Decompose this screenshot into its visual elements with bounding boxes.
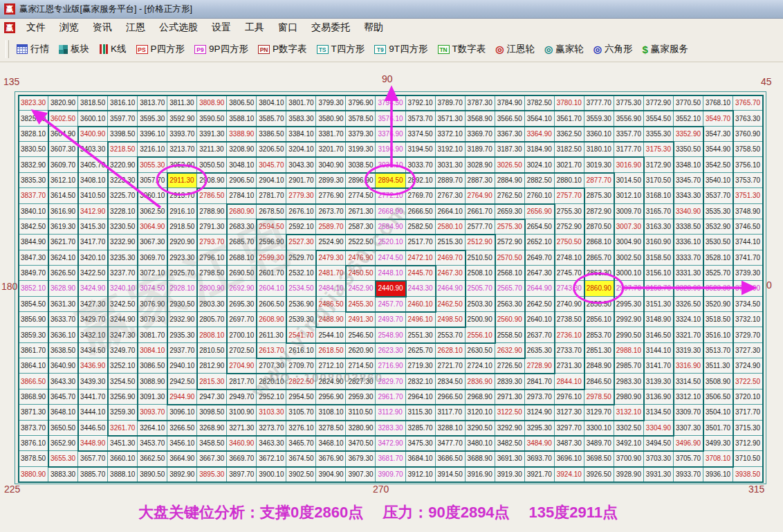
matrix-cell: 3578.50 xyxy=(346,111,376,126)
matrix-cell: 3614.50 xyxy=(48,188,78,203)
matrix-cell: 2846.50 xyxy=(584,374,614,389)
matrix-cell: 3624.10 xyxy=(48,250,78,266)
toolbar-button[interactable]: TNT数字表 xyxy=(433,43,491,55)
matrix-cell: 2985.70 xyxy=(614,358,644,374)
matrix-cell: 2592.10 xyxy=(286,219,316,235)
matrix-cell: 2445.70 xyxy=(406,266,436,281)
matrix-cell: 3801.70 xyxy=(286,95,316,111)
toolbar-button[interactable]: P99P四方形 xyxy=(190,43,253,55)
menu-item[interactable]: 江恩 xyxy=(119,21,152,34)
matrix-cell: 3007.30 xyxy=(614,219,644,235)
menu-item[interactable]: 文件 xyxy=(19,21,53,34)
matrix-cell: 3787.30 xyxy=(466,95,495,111)
matrix-cell: 3148.90 xyxy=(644,312,674,327)
matrix-cell: 2546.50 xyxy=(346,327,376,342)
toolbar-button[interactable]: $赢家服务 xyxy=(637,43,692,55)
matrix-cell: 3026.50 xyxy=(495,157,525,172)
menu-item[interactable]: 帮助 xyxy=(357,21,390,34)
matrix-cell: 3134.50 xyxy=(644,405,674,420)
toolbar-button[interactable]: T99T四方形 xyxy=(369,43,432,55)
degree-label-90: 90 xyxy=(382,73,393,84)
menu-item[interactable]: 工具 xyxy=(238,21,271,34)
matrix-cell: 2560.90 xyxy=(495,312,525,327)
menu-item[interactable]: 窗口 xyxy=(271,21,304,34)
matrix-cell: 3804.10 xyxy=(257,95,286,111)
matrix-cell: 3468.10 xyxy=(316,436,346,451)
menu-item[interactable]: 资讯 xyxy=(86,21,119,34)
matrix-cell: 2724.10 xyxy=(466,358,495,374)
matrix-cell: 2916.10 xyxy=(167,204,197,219)
matrix-cell: 2745.70 xyxy=(555,266,584,281)
matrix-cell: 3276.10 xyxy=(286,421,316,436)
toolbar-button[interactable]: 行情 xyxy=(12,43,54,55)
matrix-cell: 2875.30 xyxy=(584,188,614,203)
toolbar-button[interactable]: PSP四方形 xyxy=(131,43,190,55)
matrix-cell: 3352.90 xyxy=(674,127,703,142)
matrix-cell: 3067.30 xyxy=(138,235,167,250)
matrix-cell: 2455.30 xyxy=(346,297,376,312)
application-window: 赢 赢家江恩专业版[赢家服务平台] - [价格正方形] 赢 文件浏览资讯江恩公式… xyxy=(0,0,783,532)
matrix-cell: 3256.90 xyxy=(108,389,138,405)
matrix-cell: 3156.10 xyxy=(644,266,674,281)
matrix-cell: 2673.70 xyxy=(316,204,346,219)
matrix-cell: 3105.70 xyxy=(286,405,316,420)
matrix-cell: 3537.70 xyxy=(703,188,733,203)
matrix-cell: 3180.10 xyxy=(584,142,614,157)
matrix-cell: 3844.90 xyxy=(19,235,48,250)
toolbar-button[interactable]: PNP数字表 xyxy=(253,43,312,55)
matrix-cell: 3722.50 xyxy=(733,374,763,389)
matrix-cell: 3765.70 xyxy=(733,95,763,111)
toolbar: 行情板块K线PSP四方形P99P四方形PNP数字表TST四方形T99T四方形TN… xyxy=(0,37,783,62)
matrix-cell: 3518.50 xyxy=(703,312,733,327)
toolbar-button[interactable]: ◎赢家轮 xyxy=(540,43,589,55)
matrix-cell: 3151.30 xyxy=(644,297,674,312)
matrix-cell: 2500.90 xyxy=(466,312,495,327)
matrix-cell: 3828.10 xyxy=(19,127,48,142)
matrix-cell: 2668.90 xyxy=(376,204,405,219)
matrix-cell: 3868.90 xyxy=(19,389,48,405)
toolbar-button-label: 赢家轮 xyxy=(555,43,584,55)
matrix-cell: 3859.30 xyxy=(19,327,48,342)
matrix-cell: 2748.10 xyxy=(555,250,584,266)
toolbar-button[interactable]: ◎六角形 xyxy=(589,43,638,55)
matrix-cell: 2611.30 xyxy=(257,327,286,342)
matrix-cell: 3074.50 xyxy=(138,281,167,296)
matrix-cell: 3554.50 xyxy=(644,111,674,126)
toolbar-button[interactable]: TST四方形 xyxy=(312,43,370,55)
matrix-cell: 3782.50 xyxy=(525,95,555,111)
matrix-cell: 3348.10 xyxy=(674,157,703,172)
matrix-cell: 3223.30 xyxy=(108,173,138,188)
menu-item[interactable]: 设置 xyxy=(205,21,238,34)
candlestick-icon xyxy=(99,44,108,54)
matrix-cell: 3432.10 xyxy=(78,327,108,342)
menu-item[interactable]: 交易委托 xyxy=(304,21,357,34)
menu-item[interactable]: 公式选股 xyxy=(152,21,205,34)
toolbar-button[interactable]: ◎江恩轮 xyxy=(490,43,540,55)
matrix-cell: 2971.30 xyxy=(495,389,525,405)
matrix-cell: 3835.30 xyxy=(19,173,48,188)
matrix-cell: 3573.70 xyxy=(406,111,436,126)
matrix-cell: 2848.90 xyxy=(584,358,614,374)
matrix-cell: 3242.50 xyxy=(108,297,138,312)
matrix-cell: 3763.30 xyxy=(733,111,763,126)
matrix-cell: 2740.90 xyxy=(555,297,584,312)
matrix-cell: 2940.10 xyxy=(167,358,197,374)
matrix-cell: 3345.70 xyxy=(674,173,703,188)
title-bar: 赢 赢家江恩专业版[赢家服务平台] - [价格正方形] xyxy=(0,0,783,19)
matrix-cell: 3057.70 xyxy=(138,173,167,188)
menu-item[interactable]: 浏览 xyxy=(53,21,86,34)
matrix-cell: 3513.70 xyxy=(703,343,733,358)
toolbar-button[interactable]: 板块 xyxy=(54,43,94,55)
menu-bar-items: 文件浏览资讯江恩公式选股设置工具窗口交易委托帮助 xyxy=(19,21,390,34)
matrix-cell: 3540.10 xyxy=(703,173,733,188)
matrix-cell: 3052.90 xyxy=(167,157,197,172)
matrix-cell: 2563.30 xyxy=(495,297,525,312)
toolbar-button[interactable]: K线 xyxy=(94,43,131,55)
matrix-cell: 3307.30 xyxy=(674,421,703,436)
matrix-cell: 2851.30 xyxy=(584,343,614,358)
matrix-cell: 2908.90 xyxy=(197,173,227,188)
matrix-cell: 2952.10 xyxy=(257,389,286,405)
matrix-cell: 3756.10 xyxy=(733,157,763,172)
matrix-cell: 2457.70 xyxy=(376,297,405,312)
matrix-cell: 3254.50 xyxy=(108,374,138,389)
